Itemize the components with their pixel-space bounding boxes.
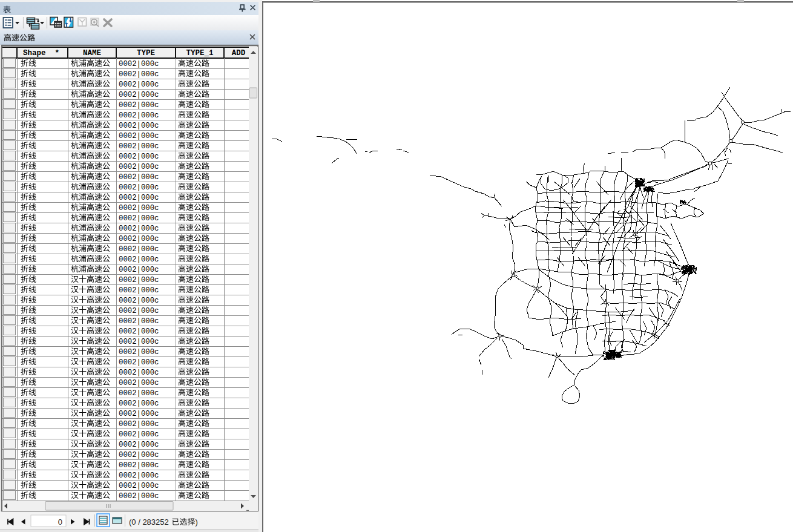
svg-text:0002|000c: 0002|000c <box>119 122 159 130</box>
svg-text:0002|000c: 0002|000c <box>119 451 159 459</box>
svg-text:0002|000c: 0002|000c <box>119 420 159 429</box>
svg-text:TYPE: TYPE <box>137 49 155 57</box>
svg-text:0002|000c: 0002|000c <box>119 80 159 89</box>
svg-text:0002|000c: 0002|000c <box>119 142 159 151</box>
svg-text:0002|000c: 0002|000c <box>119 358 159 367</box>
svg-text:0002|000c: 0002|000c <box>119 471 159 480</box>
svg-text:0002|000c: 0002|000c <box>119 235 159 243</box>
svg-text:0002|000c: 0002|000c <box>119 327 159 336</box>
svg-text:0002|000c: 0002|000c <box>119 307 159 315</box>
svg-text:0002|000c: 0002|000c <box>119 410 159 418</box>
svg-text:0002|000c: 0002|000c <box>119 173 159 182</box>
svg-text:NAME: NAME <box>83 49 101 57</box>
svg-text:Shape *: Shape * <box>23 49 59 57</box>
svg-text:0002|000c: 0002|000c <box>119 91 159 99</box>
svg-text:0002|000c: 0002|000c <box>119 286 159 295</box>
svg-text:0: 0 <box>58 517 62 527</box>
svg-text:0002|000c: 0002|000c <box>119 482 159 490</box>
svg-text:0002|000c: 0002|000c <box>119 163 159 171</box>
svg-text:0002|000c: 0002|000c <box>119 297 159 305</box>
svg-text:0002|000c: 0002|000c <box>119 461 159 470</box>
svg-text:0002|000c: 0002|000c <box>119 492 159 501</box>
svg-text:0002|000c: 0002|000c <box>119 204 159 212</box>
svg-text:0002|000c: 0002|000c <box>119 389 159 398</box>
svg-text:0002|000c: 0002|000c <box>119 276 159 284</box>
svg-text:0002|000c: 0002|000c <box>119 379 159 387</box>
svg-text:0002|000c: 0002|000c <box>119 441 159 449</box>
svg-text:0002|000c: 0002|000c <box>119 266 159 274</box>
svg-text:): ) <box>196 517 198 527</box>
svg-text:(0 / 283252: (0 / 283252 <box>129 517 169 527</box>
svg-text:0002|000c: 0002|000c <box>119 60 159 68</box>
svg-text:0002|000c: 0002|000c <box>119 369 159 377</box>
svg-text:0002|000c: 0002|000c <box>119 225 159 233</box>
svg-text:0002|000c: 0002|000c <box>119 111 159 120</box>
svg-text:0002|000c: 0002|000c <box>119 399 159 408</box>
svg-text:0002|000c: 0002|000c <box>119 214 159 223</box>
svg-text:0002|000c: 0002|000c <box>119 101 159 110</box>
svg-text:0002|000c: 0002|000c <box>119 430 159 439</box>
svg-text:0002|000c: 0002|000c <box>119 255 159 264</box>
svg-text:ADD: ADD <box>232 49 246 57</box>
svg-text:TYPE_1: TYPE_1 <box>186 49 213 57</box>
svg-text:0002|000c: 0002|000c <box>119 194 159 202</box>
svg-text:0002|000c: 0002|000c <box>119 317 159 326</box>
svg-text:0002|000c: 0002|000c <box>119 348 159 356</box>
svg-text:0002|000c: 0002|000c <box>119 70 159 79</box>
svg-text:0002|000c: 0002|000c <box>119 132 159 140</box>
svg-text:0002|000c: 0002|000c <box>119 338 159 346</box>
svg-text:0002|000c: 0002|000c <box>119 153 159 161</box>
svg-text:0002|000c: 0002|000c <box>119 245 159 254</box>
svg-text:0002|000c: 0002|000c <box>119 183 159 192</box>
